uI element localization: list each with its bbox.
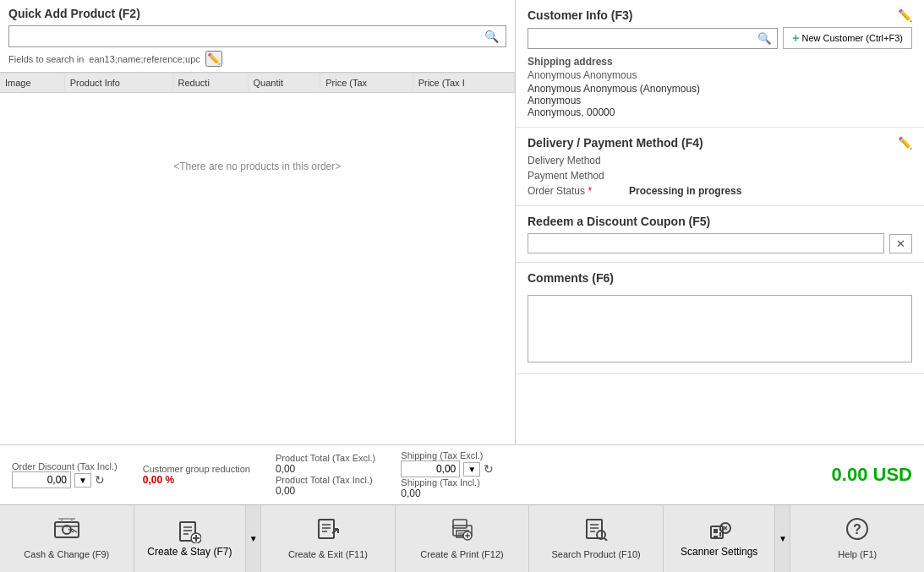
product-total-excl-value: 0,00 <box>276 463 375 475</box>
order-status-label-text: Order Status <box>528 185 585 197</box>
product-total-excl-item: Product Total (Tax Excl.) 0,00 Product T… <box>276 453 375 497</box>
order-discount-input[interactable] <box>12 471 71 488</box>
fields-edit-button[interactable]: ✏️ <box>205 51 222 67</box>
address-line2: Anonymous <box>528 95 912 106</box>
discount-section-header: Redeem a Discount Coupon (F5) <box>528 215 912 228</box>
customer-section: Customer Info (F3) ✏️ 🔍 + New Customer (… <box>516 0 924 128</box>
toolbar: Cash & Change (F9) Create & Stay (F7) ▼ <box>0 504 924 572</box>
plus-icon: + <box>792 31 799 45</box>
col-image: Image <box>0 74 64 93</box>
shipping-customer-name: Anonymous Anonymous <box>528 69 912 81</box>
order-discount-unit-btn[interactable]: ▼ <box>74 473 91 488</box>
delivery-method-label: Delivery Method <box>528 155 629 166</box>
comments-section: Comments (F6) <box>516 263 924 374</box>
shipping-excl-label: Shipping (Tax Excl.) <box>401 450 494 460</box>
search-product-label: Search Product (F10) <box>552 549 641 560</box>
shipping-excl-input-row: ▼ ↻ <box>401 460 494 477</box>
customer-edit-button[interactable]: ✏️ <box>898 8 912 22</box>
product-table: Image Product Info Reducti Quantit Price… <box>0 74 515 240</box>
comments-textarea[interactable] <box>528 295 912 362</box>
order-discount-refresh-btn[interactable]: ↻ <box>95 473 105 487</box>
product-total-incl-label: Product Total (Tax Incl.) <box>276 475 375 485</box>
customer-group-value: 0,00 % <box>143 474 250 486</box>
empty-row: <There are no products in this order> <box>0 93 515 241</box>
svg-rect-29 <box>714 529 718 533</box>
totals-bar: Order Discount (Tax Incl.) ▼ ↻ Customer … <box>0 444 924 504</box>
new-customer-button[interactable]: + New Customer (Ctrl+F3) <box>783 27 912 49</box>
order-status-label: Order Status * <box>528 185 629 197</box>
customer-search-row: 🔍 + New Customer (Ctrl+F3) <box>528 27 912 49</box>
create-exit-icon <box>316 517 340 546</box>
svg-line-27 <box>604 538 607 541</box>
shipping-item: Shipping (Tax Excl.) ▼ ↻ Shipping (Tax I… <box>401 450 494 499</box>
scanner-settings-button[interactable]: Scanner Settings <box>664 505 775 572</box>
left-panel: Quick Add Product (F2) 🔍 Fields to searc… <box>0 0 516 444</box>
shipping-excl-input[interactable] <box>401 460 460 477</box>
cash-change-button[interactable]: Cash & Change (F9) <box>0 505 134 572</box>
discount-clear-button[interactable]: ✕ <box>889 234 912 253</box>
empty-message: <There are no products in this order> <box>0 93 515 241</box>
comments-title: Comments (F6) <box>528 271 614 285</box>
table-header-row: Image Product Info Reducti Quantit Price… <box>0 74 515 93</box>
cash-change-label: Cash & Change (F9) <box>24 549 109 560</box>
scanner-dropdown-arrow[interactable]: ▼ <box>774 505 790 572</box>
product-total-incl-value: 0,00 <box>276 485 375 497</box>
create-stay-label: Create & Stay (F7) <box>147 546 232 558</box>
delivery-edit-button[interactable]: ✏️ <box>898 136 912 150</box>
search-product-button[interactable]: Search Product (F10) <box>529 505 664 572</box>
help-button[interactable]: ? Help (F1) <box>790 505 924 572</box>
customer-search-button[interactable]: 🔍 <box>752 29 777 48</box>
customer-group-label: Customer group reduction <box>143 464 250 474</box>
product-table-wrap: Image Product Info Reducti Quantit Price… <box>0 73 515 444</box>
discount-section: Redeem a Discount Coupon (F5) ✕ <box>516 206 924 263</box>
quick-add-header: Quick Add Product (F2) 🔍 Fields to searc… <box>0 0 515 73</box>
product-search-row: 🔍 <box>8 25 506 47</box>
col-price-incl: Price (Tax I <box>413 74 514 93</box>
create-stay-button[interactable]: Create & Stay (F7) <box>134 505 246 572</box>
grand-total: 0.00 USD <box>832 464 912 486</box>
shipping-incl-value: 0,00 <box>401 488 494 499</box>
shipping-excl-unit-btn[interactable]: ▼ <box>463 462 480 477</box>
discount-row: ✕ <box>528 233 912 253</box>
delivery-section: Delivery / Payment Method (F4) ✏️ Delive… <box>516 128 924 206</box>
shipping-incl-label: Shipping (Tax Incl.) <box>401 477 494 488</box>
quick-add-title: Quick Add Product (F2) <box>8 7 506 20</box>
product-search-input[interactable] <box>9 27 478 46</box>
cash-change-icon <box>53 517 80 546</box>
scanner-settings-label: Scanner Settings <box>681 546 757 558</box>
col-quantity: Quantit <box>248 74 320 93</box>
create-print-button[interactable]: Create & Print (F12) <box>396 505 530 572</box>
customer-search-input[interactable] <box>528 29 752 48</box>
svg-rect-32 <box>719 532 721 537</box>
product-search-button[interactable]: 🔍 <box>478 26 506 46</box>
payment-method-row: Payment Method <box>528 170 912 182</box>
create-print-label: Create & Print (F12) <box>420 549 503 560</box>
scanner-settings-icon <box>708 520 731 546</box>
order-status-value: Processing in progress <box>629 185 741 197</box>
col-reduction: Reducti <box>172 74 248 93</box>
fields-row: Fields to search in ean13;name;reference… <box>8 51 506 67</box>
create-exit-button[interactable]: Create & Exit (F11) <box>261 505 396 572</box>
shipping-refresh-btn[interactable]: ↻ <box>484 462 494 476</box>
svg-rect-10 <box>319 520 334 538</box>
payment-method-label: Payment Method <box>528 170 629 182</box>
delivery-title: Delivery / Payment Method (F4) <box>528 136 703 150</box>
customer-search-box: 🔍 <box>528 28 778 49</box>
fields-label: Fields to search in <box>8 54 84 64</box>
create-stay-icon <box>178 520 201 546</box>
address-line1: Anonymous Anonymous (Anonymous) <box>528 83 912 95</box>
discount-coupon-select[interactable] <box>528 233 884 253</box>
scanner-settings-split-btn: Scanner Settings ▼ <box>664 505 791 572</box>
create-stay-split-btn: Create & Stay (F7) ▼ <box>134 505 262 572</box>
create-stay-dropdown-arrow[interactable]: ▼ <box>245 505 260 572</box>
product-total-excl-label: Product Total (Tax Excl.) <box>276 453 375 463</box>
discount-title: Redeem a Discount Coupon (F5) <box>528 215 710 228</box>
svg-rect-14 <box>453 520 467 528</box>
col-product-info: Product Info <box>64 74 172 93</box>
col-price-excl: Price (Tax <box>320 74 413 93</box>
help-icon: ? <box>845 517 869 546</box>
order-discount-label: Order Discount (Tax Incl.) <box>12 461 118 471</box>
shipping-address-label: Shipping address <box>528 56 912 68</box>
svg-rect-0 <box>55 522 79 537</box>
order-status-required: * <box>588 185 592 197</box>
